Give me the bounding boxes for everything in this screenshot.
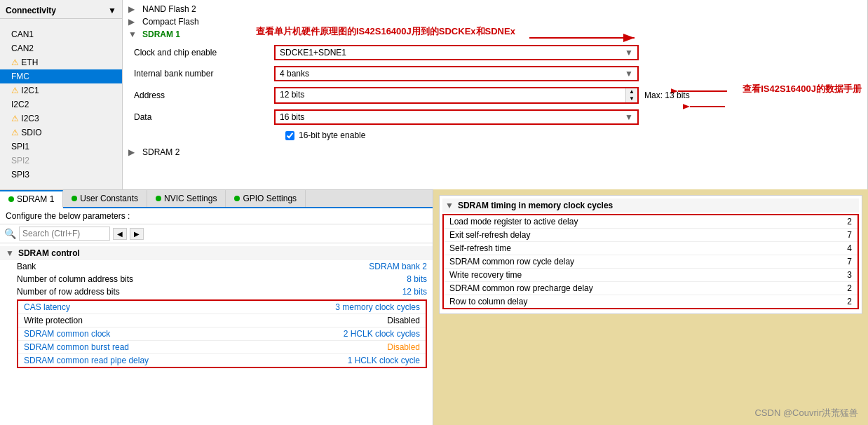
byte-enable-checkbox[interactable] xyxy=(285,131,294,140)
timing-val-3: 7 xyxy=(838,257,852,267)
tab-user-constants[interactable]: User Constants xyxy=(63,190,147,207)
tab-dot-nvic xyxy=(156,196,161,201)
common-clock-val: 2 HCLK clock cycles xyxy=(299,329,426,339)
sidebar-item-can2[interactable]: CAN2 xyxy=(0,41,122,55)
sidebar-item-spi3[interactable]: SPI3 xyxy=(0,168,122,182)
data-arrow: ▼ xyxy=(625,112,633,122)
sidebar-item-can1[interactable]: CAN1 xyxy=(0,27,122,41)
internal-bank-row: Internal bank number 4 banks ▼ 查看IS42S16… xyxy=(128,65,862,83)
timing-row-3: SDRAM common row cycle delay 7 xyxy=(444,255,857,269)
sidebar-item-eth[interactable]: ETH xyxy=(0,55,122,69)
col-bits-value: 8 bits xyxy=(301,274,427,284)
burst-read-name: SDRAM common burst read xyxy=(18,342,299,352)
search-input[interactable] xyxy=(19,227,110,241)
timing-val-5: 2 xyxy=(838,283,852,293)
data-value: 16 bits xyxy=(280,112,304,122)
clock-chip-select[interactable]: SDCKE1+SDNE1 ▼ xyxy=(274,45,639,60)
nand-flash-2-item[interactable]: ▶ NAND Flash 2 xyxy=(128,3,862,15)
sidebar-item-spi1[interactable]: SPI1 xyxy=(0,140,122,154)
sidebar-item-fmc[interactable]: FMC xyxy=(0,69,122,83)
highlighted-params-box: CAS latency 3 memory clock cycles Write … xyxy=(17,299,427,368)
cas-latency-val: 3 memory clock cycles xyxy=(299,302,426,312)
bottom-left-panel: SDRAM 1 User Constants NVIC Settings GPI… xyxy=(0,189,433,425)
param-bank: Bank SDRAM bank 2 xyxy=(0,260,433,273)
timing-name-1: Exit self-refresh delay xyxy=(449,230,838,240)
search-icon: 🔍 xyxy=(4,228,16,239)
param-row-bits: Number of row address bits 12 bits xyxy=(0,285,433,298)
sidebar-item-i2c2[interactable]: I2C2 xyxy=(0,97,122,112)
sdram-control-title: SDRAM control xyxy=(18,248,80,258)
prev-search-btn[interactable]: ◀ xyxy=(113,228,127,240)
compact-flash-label: Compact Flash xyxy=(142,17,199,27)
sdram-timing-header: ▼ SDRAM timing in memory clock cycles xyxy=(442,198,859,212)
sidebar-item-spi2: SPI2 xyxy=(0,154,122,168)
row-bits-name: Number of row address bits xyxy=(17,287,301,297)
timing-row-5: SDRAM common row precharge delay 2 xyxy=(444,282,857,295)
timing-val-0: 2 xyxy=(838,217,852,227)
data-select[interactable]: 16 bits ▼ xyxy=(274,109,639,125)
burst-read-val: Disabled xyxy=(299,342,426,352)
timing-val-2: 4 xyxy=(838,243,852,253)
cas-latency-name: CAS latency xyxy=(18,302,299,312)
timing-name-0: Load mode register to active delay xyxy=(449,217,838,227)
main-config: ▶ NAND Flash 2 ▶ Compact Flash ▼ SDRAM 1… xyxy=(123,0,868,189)
common-clock-row: SDRAM common clock 2 HCLK clock cycles xyxy=(18,328,426,341)
pipe-delay-val: 1 HCLK clock cycle xyxy=(299,356,426,365)
tab-user-label: User Constants xyxy=(80,194,138,203)
address-up-btn[interactable]: ▲ xyxy=(626,88,637,95)
sidebar-item-sdio[interactable]: SDIO xyxy=(0,126,122,140)
internal-bank-value: 4 banks xyxy=(280,69,309,79)
bank-value: SDRAM bank 2 xyxy=(301,262,427,271)
timing-name-6: Row to column delay xyxy=(449,297,838,306)
timing-row-2: Self-refresh time 4 xyxy=(444,242,857,255)
sidebar-item-i2c1[interactable]: I2C1 xyxy=(0,83,122,97)
timing-name-4: Write recovery time xyxy=(449,270,838,280)
write-protection-name: Write protection xyxy=(18,316,299,325)
annotation-top: 查看单片机硬件原理图的IS42S16400J用到的SDCKEx和SDNEx xyxy=(256,25,515,38)
sidebar: Connectivity ▼ CAN1 CAN2 ETH FMC I2C1 I2… xyxy=(0,0,123,189)
tab-nvic-label: NVIC Settings xyxy=(164,194,217,203)
tab-dot-user xyxy=(72,196,77,201)
sdram-timing-panel: ▼ SDRAM timing in memory clock cycles Lo… xyxy=(439,195,862,314)
sdram1-label: SDRAM 1 xyxy=(142,29,180,39)
param-section: ▼ SDRAM control Bank SDRAM bank 2 Number… xyxy=(0,243,433,425)
address-value: 12 bits xyxy=(276,88,625,102)
address-down-btn[interactable]: ▼ xyxy=(626,95,637,102)
sdram-control-expand[interactable]: ▼ xyxy=(6,248,14,258)
timing-name-3: SDRAM common row cycle delay xyxy=(449,257,838,267)
clock-chip-arrow: ▼ xyxy=(625,48,633,58)
tab-gpio[interactable]: GPIO Settings xyxy=(226,190,306,207)
internal-bank-arrow: ▼ xyxy=(625,69,633,79)
tab-sdram1[interactable]: SDRAM 1 xyxy=(0,190,63,208)
row-bits-value: 12 bits xyxy=(301,287,427,297)
bank-name: Bank xyxy=(17,262,301,271)
address-label: Address xyxy=(134,90,274,100)
address-row: Address 12 bits ▲ ▼ Max: 13 bits xyxy=(128,86,862,105)
clock-chip-row: Clock and chip enable SDCKE1+SDNE1 ▼ xyxy=(128,43,862,62)
search-bar: 🔍 ◀ ▶ xyxy=(0,224,433,243)
timing-row-6: Row to column delay 2 xyxy=(444,295,857,308)
tab-dot-sdram1 xyxy=(8,196,14,202)
next-search-btn[interactable]: ▶ xyxy=(130,228,144,240)
timing-row-0: Load mode register to active delay 2 xyxy=(444,215,857,229)
col-bits-name: Number of column address bits xyxy=(17,274,301,284)
timing-val-6: 2 xyxy=(838,297,852,306)
timing-expand[interactable]: ▼ xyxy=(445,201,454,210)
internal-bank-label: Internal bank number xyxy=(134,69,274,79)
timing-title: SDRAM timing in memory clock cycles xyxy=(458,201,613,210)
sidebar-item-i2c3[interactable]: I2C3 xyxy=(0,112,122,126)
expand-icon-sdram1: ▼ xyxy=(128,29,140,39)
param-col-bits: Number of column address bits 8 bits xyxy=(0,273,433,285)
sidebar-header: Connectivity ▼ xyxy=(0,3,122,19)
timing-val-1: 7 xyxy=(838,230,852,240)
tab-bar: SDRAM 1 User Constants NVIC Settings GPI… xyxy=(0,190,433,208)
sidebar-expand-icon[interactable]: ▼ xyxy=(108,6,116,15)
timing-row-1: Exit self-refresh delay 7 xyxy=(444,229,857,242)
bottom-right-panel: ▼ SDRAM timing in memory clock cycles Lo… xyxy=(433,189,868,425)
watermark: CSDN @Couvrir洪荒猛兽 xyxy=(754,407,858,419)
internal-bank-select[interactable]: 4 banks ▼ xyxy=(274,66,639,81)
tab-sdram1-label: SDRAM 1 xyxy=(17,194,54,204)
sdram2-item[interactable]: ▶ SDRAM 2 xyxy=(128,146,862,158)
sdram-control-header: ▼ SDRAM control xyxy=(0,246,433,260)
tab-nvic[interactable]: NVIC Settings xyxy=(147,190,226,207)
